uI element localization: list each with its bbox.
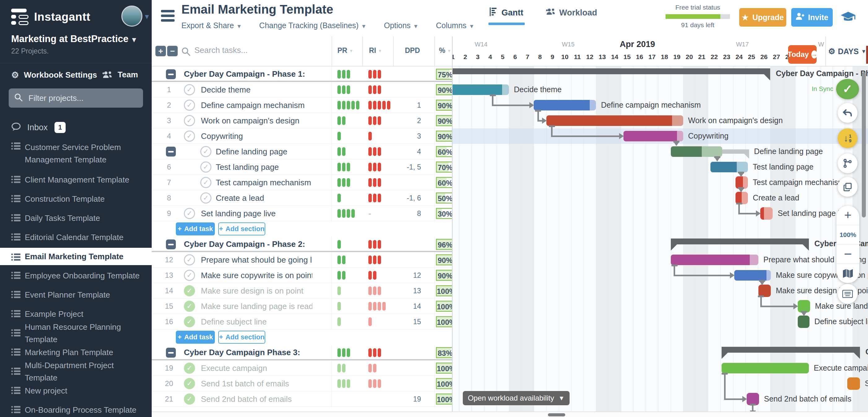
progress-percent-cell[interactable]: 60% [436,177,453,188]
today-button[interactable]: Today → [788,45,816,64]
day-number[interactable]: 27 [770,53,782,61]
task-check-circle[interactable]: ✓ [200,161,211,172]
task-bar[interactable] [453,85,509,95]
dependencies-button[interactable] [838,154,858,173]
vertical-scrollbar[interactable] [862,72,866,218]
day-number[interactable]: 21 [695,53,708,61]
task-row[interactable]: 15✓Make sure landing page is ready an...… [152,298,453,314]
sync-check-button[interactable]: ✓ [836,79,859,99]
collapse-task-icon[interactable] [166,147,176,157]
column-header-ri[interactable]: RI▼ [369,46,382,55]
workload-availability-button[interactable]: Open workload availability ▼ [463,391,569,405]
undo-button[interactable] [838,103,858,123]
duplicate-button[interactable] [838,177,858,197]
progress-percent-cell[interactable]: 100% [436,316,453,327]
progress-percent-cell[interactable]: 90% [436,115,453,126]
day-number[interactable]: 11 [571,53,584,61]
task-row[interactable]: 7✓Test campaign mechanism60% [152,175,453,190]
menu-change-tracking-baselines-[interactable]: Change Tracking (Baselines)▼ [259,21,367,30]
task-row[interactable]: 4✓Copywriting390% [152,128,453,144]
task-row[interactable]: ✓Define landing page460% [152,144,453,159]
search-tasks-input[interactable] [194,45,319,55]
progress-percent-cell[interactable]: 90% [436,84,453,95]
sort-button[interactable]: ↓19 [838,128,858,148]
task-bar[interactable] [758,285,771,297]
section-name[interactable]: Cyber Day Campaign - Phase 1: [184,69,305,79]
progress-percent-cell[interactable]: 100% [436,285,453,296]
progress-percent-cell[interactable]: 70% [436,161,453,172]
day-number[interactable]: 17 [646,53,658,61]
task-bar[interactable] [671,255,758,265]
task-row[interactable]: 6✓Test landing page-1, 570% [152,159,453,175]
menu-columns[interactable]: Columns▼ [436,21,474,30]
day-number[interactable]: 24 [733,53,745,61]
day-number[interactable]: 25 [745,53,758,61]
task-name[interactable]: Define landing page [216,147,287,157]
sidebar-item-project[interactable]: Customer Service Problem Management Temp… [0,137,152,170]
task-bar[interactable] [747,393,759,405]
sidebar-item-project[interactable]: Human Resource Planning Template [0,324,152,343]
column-header-pr[interactable]: PR▼ [337,46,353,55]
sidebar-item-project[interactable]: Construction Template [0,189,152,208]
task-bar[interactable] [734,270,771,281]
section-name[interactable]: Cyber Day Campaign - Phase 2: [184,239,305,249]
task-check-circle[interactable]: ✓ [200,146,211,157]
hamburger-menu-icon[interactable] [161,10,175,22]
progress-percent-cell[interactable]: 90% [436,254,453,265]
zoom-in-button[interactable]: + [836,206,859,225]
day-number[interactable]: 9 [546,53,559,61]
map-button[interactable] [836,264,859,283]
progress-percent-cell[interactable]: 100% [436,301,453,312]
task-check-circle[interactable]: ✓ [184,378,195,389]
collapse-all-button[interactable]: − [167,46,178,56]
progress-percent-cell[interactable]: 50% [436,192,453,203]
task-row[interactable]: 8✓Create a lead-1, 650% [152,190,453,206]
sidebar-item-project[interactable]: Client Management Template [0,170,152,189]
task-name[interactable]: Send 1st batch of emails [201,379,289,389]
progress-percent-cell[interactable]: 60% [436,146,453,157]
sidebar-item-project[interactable]: On-Boarding Process Template [0,400,152,417]
day-number[interactable]: 20 [683,53,695,61]
task-bar[interactable] [760,207,773,220]
task-row[interactable]: 1✓Decide theme90% [152,82,453,97]
task-name[interactable]: Decide theme [201,85,250,95]
progress-percent-cell[interactable]: 75% [436,69,453,80]
task-name[interactable]: Work on campaign's design [201,116,299,126]
task-check-circle[interactable]: ✓ [200,192,211,203]
add-section-button[interactable]: +Add section [218,331,265,344]
summary-bar[interactable] [671,238,809,245]
day-number[interactable]: 6 [509,53,521,61]
invite-button[interactable]: Invite [791,8,833,27]
progress-percent-cell[interactable]: 96% [436,239,453,250]
tab-gantt[interactable]: Gantt [490,7,524,25]
column-header-dpd[interactable]: DPD [405,46,420,55]
task-row[interactable]: 12✓Prepare what should be going live fi.… [152,252,453,267]
task-bar[interactable] [721,363,809,374]
section-row[interactable]: Cyber Day Campaign - Phase 1:75% [152,66,453,82]
progress-percent-cell[interactable]: 90% [436,270,453,281]
progress-percent-cell[interactable]: 30% [436,208,453,219]
task-bar[interactable] [710,162,748,172]
task-check-circle[interactable]: ✓ [184,100,195,111]
menu-options[interactable]: Options▼ [384,21,418,30]
task-name[interactable]: Prepare what should be going live fi... [201,255,312,265]
section-row[interactable]: Cyber Day Campaign - Phase 2:96% [152,237,453,252]
collapse-section-icon[interactable] [166,239,176,249]
task-name[interactable]: Make sure landing page is ready an... [201,301,312,311]
task-row[interactable]: 13✓Make sure copywrite is on point1290% [152,267,453,283]
task-bar[interactable] [798,316,809,328]
task-check-circle[interactable]: ✓ [184,84,195,95]
task-name[interactable]: Define subject line [201,317,267,327]
expand-all-button[interactable]: + [155,46,166,56]
day-number[interactable]: 2 [459,53,471,61]
sidebar-item-project[interactable]: Employee Onboarding Template [0,266,152,285]
add-task-button[interactable]: +Add task [176,222,215,235]
day-number[interactable]: 18 [658,53,671,61]
task-bar[interactable] [736,176,748,189]
day-number[interactable]: 12 [584,53,596,61]
task-name[interactable]: Make sure copywrite is on point [201,271,312,280]
day-number[interactable]: 8 [534,53,546,61]
day-number[interactable]: 14 [609,53,621,61]
task-bar[interactable] [623,131,683,141]
task-bar[interactable] [847,377,860,390]
